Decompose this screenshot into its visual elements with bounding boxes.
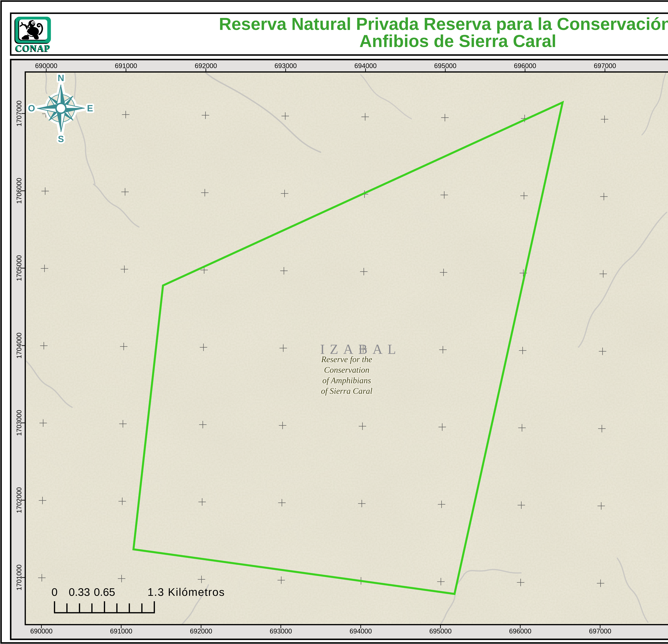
svg-text:Conservation: Conservation [324, 365, 369, 375]
svg-text:IZABAL: IZABAL [320, 342, 401, 357]
svg-text:691000: 691000 [110, 627, 132, 635]
svg-text:CONAP: CONAP [15, 43, 50, 53]
svg-text:690000: 690000 [30, 627, 52, 635]
svg-text:693000: 693000 [270, 627, 292, 635]
svg-text:E: E [87, 103, 93, 113]
svg-text:of Sierra Caral: of Sierra Caral [321, 386, 373, 396]
svg-text:1705000: 1705000 [15, 255, 23, 281]
svg-text:1707000: 1707000 [15, 100, 23, 127]
svg-text:694000: 694000 [350, 627, 372, 635]
svg-text:O: O [28, 103, 35, 113]
svg-text:1.3 Kilómetros: 1.3 Kilómetros [148, 586, 225, 598]
svg-text:S: S [58, 134, 64, 144]
svg-text:N: N [58, 73, 64, 83]
svg-text:697000: 697000 [589, 627, 611, 635]
svg-text:692000: 692000 [190, 627, 212, 635]
svg-text:Reserve for the: Reserve for the [321, 355, 372, 364]
svg-text:of Amphibians: of Amphibians [322, 376, 371, 385]
svg-text:694000: 694000 [354, 62, 377, 69]
svg-text:1702000: 1702000 [15, 487, 23, 513]
svg-text:696000: 696000 [509, 627, 531, 635]
svg-text:1703000: 1703000 [15, 410, 23, 436]
svg-text:697000: 697000 [594, 62, 616, 69]
svg-text:Reserva Natural Privada Reserv: Reserva Natural Privada Reserva para la … [219, 14, 668, 34]
svg-text:0.33: 0.33 [69, 586, 90, 598]
svg-text:690000: 690000 [35, 62, 58, 69]
svg-text:Anfibios de Sierra Caral: Anfibios de Sierra Caral [359, 31, 556, 51]
svg-text:695000: 695000 [434, 62, 456, 69]
svg-text:696000: 696000 [514, 62, 536, 69]
svg-text:1706000: 1706000 [15, 178, 23, 204]
svg-text:0.65: 0.65 [94, 586, 115, 598]
svg-text:691000: 691000 [115, 62, 137, 69]
svg-text:692000: 692000 [195, 62, 217, 69]
svg-text:695000: 695000 [429, 627, 452, 635]
svg-text:693000: 693000 [275, 62, 297, 69]
svg-text:1704000: 1704000 [15, 333, 23, 359]
svg-text:1701000: 1701000 [15, 565, 23, 591]
svg-text:0: 0 [51, 586, 58, 598]
